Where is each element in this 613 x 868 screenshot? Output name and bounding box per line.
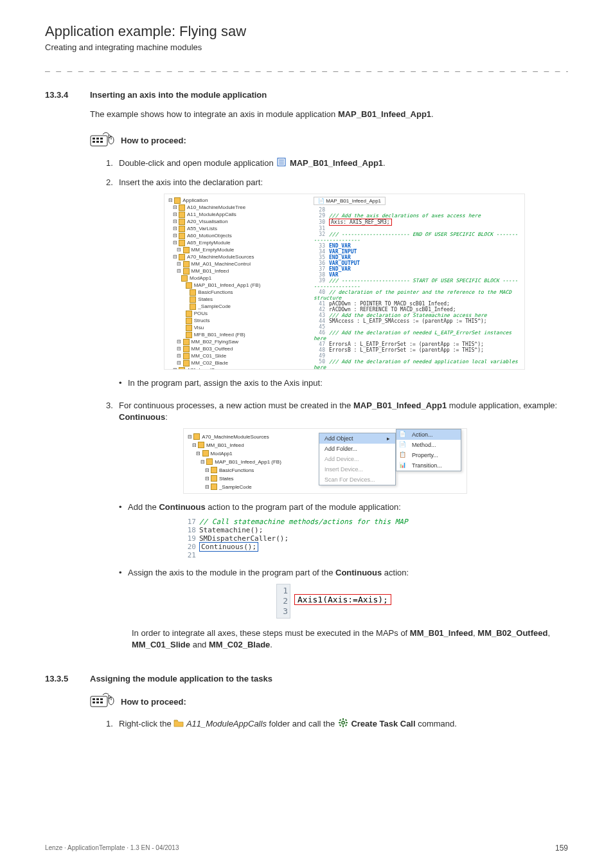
how-to-proceed-2: How to proceed: <box>90 692 568 710</box>
screenshot-declaration: ⊟ Application ⊟ A10_MachineModuleTree ⊟ … <box>164 194 525 370</box>
svg-rect-15 <box>96 698 99 700</box>
svg-rect-30 <box>344 725 347 727</box>
fb-icon <box>277 158 286 170</box>
axis-code-line: Axis1(Axis:=Axis); <box>294 594 391 605</box>
svg-rect-26 <box>346 722 348 723</box>
para-a: In order to integrate all axes, these st… <box>132 628 410 638</box>
bullet-3-a: Assign the axis to the module in the pro… <box>128 568 335 577</box>
svg-rect-18 <box>96 701 99 703</box>
bullet-2-bold: Continuous <box>159 502 205 512</box>
svg-rect-14 <box>93 698 95 700</box>
sec2-step-1: 1. Right-click the A11_ModuleAppCalls fo… <box>106 718 568 730</box>
sec2-step-1-a: Right-click the <box>119 719 173 728</box>
step-3-num: 3. <box>106 400 119 422</box>
how-to-proceed-label-1: How to proceed: <box>121 136 186 145</box>
bullet-3: • Assign the axis to the module in the p… <box>119 567 568 579</box>
proceed-icon-2 <box>90 692 114 710</box>
step-2-num: 2. <box>106 177 119 188</box>
svg-rect-28 <box>344 719 347 722</box>
para-b3: MM_C01_Slide <box>132 640 190 649</box>
sec2-step-1-italic: A11_ModuleAppCalls <box>186 719 267 728</box>
intro-pre: The example shows how to integrate an ax… <box>90 109 338 119</box>
screenshot-code: 📄 MAP_B01_Infeed_App12829/// Add the axi… <box>310 194 524 369</box>
page-title: Application example: Flying saw <box>45 23 568 40</box>
proceed-icon <box>90 132 114 150</box>
bullet-3-bold: Continuous <box>335 568 382 577</box>
bullet-2-dot: • <box>119 502 128 513</box>
svg-rect-17 <box>93 701 95 703</box>
svg-rect-19 <box>100 701 103 703</box>
bullet-3-b: action: <box>382 568 409 577</box>
footer-page-num: 159 <box>555 844 568 853</box>
svg-rect-23 <box>342 718 344 720</box>
context-submenu: Action...📄Method...📄Property...📋Transiti… <box>396 429 461 471</box>
step-1-bold: MAP_B01_Infeed_App1 <box>290 158 383 168</box>
svg-rect-24 <box>342 725 344 727</box>
bullet-1: • In the program part, assign the axis t… <box>119 377 568 389</box>
step-1-dot: . <box>383 158 386 168</box>
section-2-header: 13.3.5 Assigning the module application … <box>45 674 568 683</box>
section-1-intro: The example shows how to integrate an ax… <box>90 109 568 120</box>
svg-rect-4 <box>93 141 95 143</box>
code-axis-assign: 123 Axis1(Axis:=Axis); <box>276 584 568 619</box>
context-menu-1: Add Object▸Add Folder...Add Device...Ins… <box>319 433 396 485</box>
integrate-para: In order to integrate all axes, these st… <box>132 628 568 651</box>
bullet-2-b: action to the program part of the module… <box>206 502 401 512</box>
axis-gutter: 123 <box>276 584 290 619</box>
sec2-step-1-c: command. <box>418 719 457 728</box>
screenshot-context-menu: ⊟ A70_MachineModuleSources ⊟ MM_B01_Infe… <box>183 428 467 494</box>
folder-icon <box>173 719 184 730</box>
gear-icon <box>339 718 348 730</box>
page-subtitle: Creating and integrating machine modules <box>45 42 568 52</box>
how-to-proceed-1: How to proceed: <box>90 132 568 150</box>
how-to-proceed-label-2: How to proceed: <box>121 697 186 707</box>
step-3-bold: MAP_B01_Infeed_App1 <box>353 401 447 410</box>
code-continuous: 17// Call statemachine methods/actions f… <box>183 518 568 559</box>
intro-bold: MAP_B01_Infeed_App1 <box>338 109 431 119</box>
step-3-bold2: Continuous <box>119 412 165 422</box>
step-3-a: For continuous processes, a new action m… <box>119 401 353 410</box>
para-b1: MM_B01_Infeed <box>410 628 473 638</box>
screenshot-tree: ⊟ Application ⊟ A10_MachineModuleTree ⊟ … <box>164 194 310 369</box>
sec2-step-1-b: folder and call the <box>269 719 337 728</box>
svg-point-31 <box>342 722 344 724</box>
svg-rect-2 <box>96 138 99 140</box>
sec2-step-1-num: 1. <box>106 718 119 730</box>
step-1: 1. Double-click and open module applicat… <box>106 158 568 170</box>
footer-text: Lenze · ApplicationTemplate · 1.3 EN - 0… <box>45 844 179 851</box>
svg-rect-27 <box>339 719 341 722</box>
section-1-number: 13.3.4 <box>45 90 90 100</box>
step-3: 3. For continuous processes, a new actio… <box>106 400 568 422</box>
bullet-3-dot: • <box>119 567 128 579</box>
svg-rect-3 <box>100 138 103 140</box>
sec2-step-1-bold: Create Task Call <box>351 719 415 728</box>
context-tree: ⊟ A70_MachineModuleSources ⊟ MM_B01_Infe… <box>184 429 319 493</box>
code-l18: Statemachine(); <box>199 526 263 534</box>
svg-rect-25 <box>339 722 341 723</box>
section-2-title: Assigning the module application to the … <box>90 674 272 683</box>
section-1-header: 13.3.4 Inserting an axis into the module… <box>45 90 568 100</box>
bullet-1-text: In the program part, assign the axis to … <box>128 377 323 389</box>
para-b4: MM_C02_Blade <box>209 640 270 649</box>
step-1-num: 1. <box>106 158 119 170</box>
step-3-colon: : <box>165 412 168 422</box>
svg-rect-16 <box>100 698 103 700</box>
svg-rect-29 <box>339 725 341 727</box>
code-l20: Continuous(); <box>199 542 258 552</box>
svg-rect-5 <box>96 141 99 143</box>
separator: _ _ _ _ _ _ _ _ _ _ _ _ _ _ _ _ _ _ _ _ … <box>45 62 568 72</box>
intro-dot: . <box>431 109 434 119</box>
section-1-title: Inserting an axis into the module applic… <box>90 90 267 100</box>
code-l17: // Call statemachine methods/actions for… <box>199 518 408 526</box>
bullet-2: • Add the Continuous action to the progr… <box>119 502 568 513</box>
para-b2: MM_B02_Outfeed <box>477 628 547 638</box>
section-2-number: 13.3.5 <box>45 674 90 683</box>
step-3-b: module application, example: <box>447 401 557 410</box>
bullet-2-a: Add the <box>128 502 159 512</box>
svg-rect-6 <box>100 141 103 143</box>
bullet-1-dot: • <box>119 377 128 389</box>
step-2: 2. Insert the axis into the declaration … <box>106 177 568 188</box>
svg-rect-1 <box>93 138 95 140</box>
step-2-text: Insert the axis into the declaration par… <box>119 177 568 188</box>
step-1-pre: Double-click and open module application <box>119 158 276 168</box>
